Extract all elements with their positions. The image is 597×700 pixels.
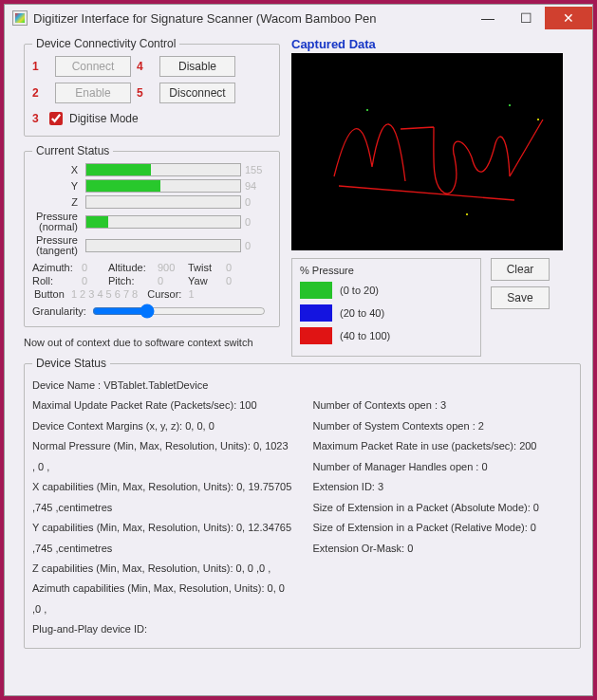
bar-z: Z 0 xyxy=(32,195,271,209)
connectivity-legend: Device Connectivity Control xyxy=(32,37,179,50)
app-icon xyxy=(12,10,28,26)
bar-pressure-tangent: Pressure (tangent) 0 xyxy=(32,235,271,256)
save-button[interactable]: Save xyxy=(491,286,550,309)
device-status-left: Device Name : VBTablet.TabletDevice Maxi… xyxy=(32,376,292,640)
disconnect-button[interactable]: Disconnect xyxy=(159,83,235,103)
minimize-button[interactable]: — xyxy=(469,7,507,29)
titlebar: Digitizer Interface for Signature Scanne… xyxy=(5,5,592,31)
svg-point-2 xyxy=(537,119,539,120)
swatch-green-icon xyxy=(300,282,332,299)
svg-point-1 xyxy=(509,104,511,106)
device-status-legend: Device Status xyxy=(32,357,110,370)
digitise-label: Digitise Mode xyxy=(69,112,139,125)
status-message: Now out of context due to software conte… xyxy=(24,337,280,348)
disable-button[interactable]: Disable xyxy=(159,56,235,77)
enable-button[interactable]: Enable xyxy=(55,83,131,103)
granularity-slider[interactable] xyxy=(92,304,266,319)
capture-canvas xyxy=(291,53,563,250)
bar-pressure-normal: Pressure (normal) 0 xyxy=(32,212,271,232)
clear-button[interactable]: Clear xyxy=(491,258,550,281)
legend-blue: (20 to 40) xyxy=(300,304,473,322)
device-status-right: Number of Contexts open : 3 Number of Sy… xyxy=(313,376,573,640)
svg-point-0 xyxy=(366,109,368,111)
captured-title: Captured Data xyxy=(291,37,581,51)
step-1: 1 xyxy=(32,60,46,73)
step-4: 4 xyxy=(137,60,150,73)
step-5: 5 xyxy=(137,86,150,100)
orientation-grid: Azimuth:0 Altitude:900 Twist0 Roll:0 Pit… xyxy=(32,262,271,286)
digitise-checkbox[interactable] xyxy=(49,112,63,125)
pressure-legend-panel: % Pressure (0 to 20) (20 to 40) (40 to 1… xyxy=(291,258,481,357)
maximize-button[interactable]: ☐ xyxy=(507,7,545,29)
legend-red: (40 to 100) xyxy=(300,327,473,344)
device-status-panel: Device Status Device Name : VBTablet.Tab… xyxy=(24,357,581,649)
button-row: Button 1 2 3 4 5 6 7 8 Cursor: 1 xyxy=(32,288,271,300)
close-button[interactable]: ✕ xyxy=(545,7,592,29)
step-3: 3 xyxy=(32,112,46,125)
connect-button[interactable]: Connect xyxy=(55,56,131,77)
step-2: 2 xyxy=(32,86,46,100)
granularity-row: Granularity: xyxy=(32,304,271,319)
window-title: Digitizer Interface for Signature Scanne… xyxy=(33,11,469,26)
swatch-blue-icon xyxy=(300,304,332,322)
swatch-red-icon xyxy=(300,327,332,344)
legend-green: (0 to 20) xyxy=(300,282,473,299)
content-area: Device Connectivity Control 1 Connect 4 … xyxy=(5,31,592,664)
status-panel: Current Status X 155 Y 94 Z 0 xyxy=(24,144,280,327)
app-window: Digitizer Interface for Signature Scanne… xyxy=(4,4,593,696)
bar-x: X 155 xyxy=(32,163,271,176)
bar-y: Y 94 xyxy=(32,179,271,193)
connectivity-panel: Device Connectivity Control 1 Connect 4 … xyxy=(24,37,280,137)
svg-point-3 xyxy=(466,213,468,215)
status-legend: Current Status xyxy=(32,144,113,157)
